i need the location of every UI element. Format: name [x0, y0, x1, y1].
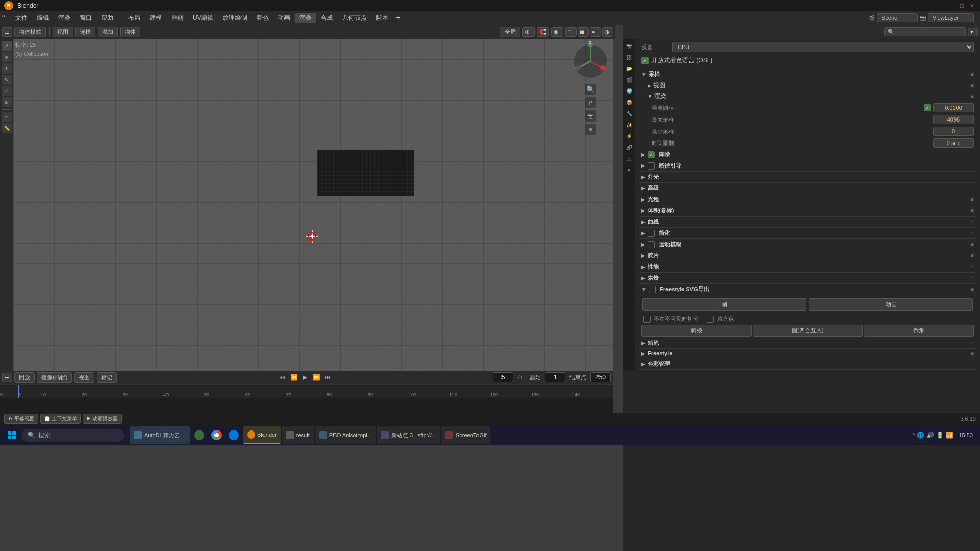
tool-move[interactable]: ✛ — [2, 63, 12, 74]
volumes-menu[interactable]: ≡ — [971, 208, 974, 213]
tool-annotate[interactable]: ✏ — [2, 112, 12, 122]
mode-selector[interactable]: 物体模式 — [14, 27, 46, 37]
sampling-section-header[interactable]: ▼ 采样 ≡ — [639, 69, 976, 80]
3d-viewport[interactable]: 帧率: 25 (5) Collection Z X Y � — [13, 39, 613, 371]
taskbar-search[interactable]: 🔍 搜索 — [21, 429, 124, 442]
freestyle-menu[interactable]: ≡ — [971, 351, 974, 356]
min-samples-value[interactable]: 0 — [933, 127, 974, 136]
round-btn[interactable]: 圆(四合五入) — [753, 325, 863, 337]
prop-tab-particles[interactable]: ✨ — [624, 119, 634, 130]
viewport-shading-2[interactable]: ◼ — [578, 27, 589, 37]
tool-select[interactable]: ↗ — [2, 41, 12, 51]
freestyle-svg-checkbox[interactable] — [649, 286, 656, 293]
current-frame-display[interactable]: 5 — [493, 372, 513, 382]
menu-layout[interactable]: 布局 — [124, 13, 145, 23]
taskbar-app-blender[interactable]: Blender — [243, 426, 281, 444]
denoising-checkbox[interactable]: ✓ — [648, 151, 655, 158]
menu-edit[interactable]: 编辑 — [33, 13, 53, 23]
tool-rotate[interactable]: ↻ — [2, 75, 12, 85]
play-btn[interactable]: ▶ — [300, 372, 310, 382]
titlebar-controls[interactable]: ─ □ ✕ — [947, 2, 976, 10]
editor-type-btn[interactable]: ⚌ — [2, 27, 12, 37]
prop-tab-object[interactable]: 📦 — [624, 97, 634, 107]
end-frame-display[interactable]: 250 — [590, 372, 611, 382]
motion-blur-section[interactable]: ▶ 运动模糊 ≡ — [639, 239, 976, 250]
timeline-ruler[interactable]: 5 0 10 20 30 40 50 60 70 80 90 100 110 1… — [0, 384, 613, 398]
playback-mode-btn[interactable]: 回放 — [14, 372, 35, 383]
tool-transform[interactable]: ⊞ — [2, 97, 12, 107]
close-button[interactable]: ✕ — [968, 2, 976, 10]
tray-bluetooth[interactable]: 📶 — [946, 432, 953, 439]
proportional-btn[interactable]: ◉ — [551, 27, 563, 37]
prop-tab-physics[interactable]: ⚡ — [624, 131, 634, 141]
prop-tab-render[interactable]: 📷 — [624, 41, 634, 51]
menu-file[interactable]: 文件 — [11, 13, 32, 23]
performance-section[interactable]: ▶ 性能 ≡ — [639, 261, 976, 273]
tray-network[interactable]: 🌐 — [917, 432, 924, 439]
pan-view-btn[interactable]: 🖱 平移视图 — [4, 414, 38, 424]
tool-cursor[interactable]: ⊕ — [2, 52, 12, 62]
viewport-shading-1[interactable]: ◻ — [565, 27, 577, 37]
prop-tab-object-data[interactable]: △ — [624, 153, 634, 163]
light-section[interactable]: ▶ 灯光 — [639, 172, 976, 183]
volumes-section[interactable]: ▶ 体积(卷标) ≡ — [639, 205, 976, 217]
prev-frame-btn[interactable]: ⏪ — [289, 372, 299, 382]
viewport-shading-4[interactable]: ◑ — [602, 27, 613, 37]
freestyle-section[interactable]: ▶ Freestyle ≡ — [639, 349, 976, 358]
device-select[interactable]: CPU — [672, 42, 974, 52]
taskbar-app-autodl[interactable]: AutoDL算力云 ... — [130, 426, 190, 444]
taskbar-app-result[interactable]: result — [282, 426, 314, 444]
render-sub-menu[interactable]: ≡ — [971, 93, 974, 99]
viewport-sub-menu[interactable]: ≡ — [971, 83, 974, 88]
tray-sound[interactable]: 🔊 — [926, 432, 934, 439]
scene-selector[interactable]: Scene — [877, 13, 918, 22]
minimize-button[interactable]: ─ — [947, 2, 955, 10]
jump-end-btn[interactable]: ⏭ — [322, 372, 332, 382]
light-paths-section[interactable]: ▶ 光程 ≡ — [639, 194, 976, 205]
prop-tab-view-layer[interactable]: 📂 — [624, 63, 634, 74]
time-limit-value[interactable]: 0 sec — [933, 138, 974, 148]
menu-render-ws[interactable]: 渲染 — [295, 13, 316, 23]
animation-player-btn[interactable]: ▶ 动画播放器 — [83, 414, 122, 424]
tool-measure[interactable]: 📏 — [2, 123, 12, 133]
menu-texture-paint[interactable]: 纹理绘制 — [219, 13, 251, 23]
light-paths-menu[interactable]: ≡ — [971, 197, 974, 202]
workspace-add-button[interactable]: + — [393, 13, 403, 23]
object-menu-btn[interactable]: 物体 — [120, 27, 140, 37]
simplify-checkbox[interactable] — [648, 230, 655, 237]
menu-modeling[interactable]: 建模 — [146, 13, 166, 23]
render-sub-header[interactable]: ▼ 渲染 ≡ — [646, 91, 976, 102]
taskbar-clock[interactable]: 15:53 — [955, 431, 976, 439]
sampling-menu-icon[interactable]: ≡ — [971, 71, 974, 77]
baking-section[interactable]: ▶ 烘焙 ≡ — [639, 273, 976, 284]
bottom-view-btn[interactable]: 视图 — [74, 372, 94, 383]
menu-animation[interactable]: 动画 — [274, 13, 294, 23]
windows-start-btn[interactable] — [4, 427, 19, 443]
render-animate-btn[interactable]: 动画 — [809, 298, 973, 311]
marker-btn[interactable]: 标记 — [97, 372, 117, 383]
path-guiding-checkbox[interactable] — [648, 162, 655, 170]
menu-shading[interactable]: 着色 — [252, 13, 273, 23]
render-frame-btn[interactable]: 帧 — [642, 298, 806, 311]
motion-blur-menu[interactable]: ≡ — [971, 242, 974, 247]
prop-tab-modifier[interactable]: 🔧 — [624, 108, 634, 118]
taskbar-app-screentogif[interactable]: ScreenToGif — [441, 426, 491, 444]
freestyle-svg-menu[interactable]: ≡ — [971, 286, 974, 292]
view-perspective-btn[interactable]: P — [585, 97, 596, 108]
taskbar-app-chrome[interactable] — [208, 426, 225, 444]
bevel-btn[interactable]: 斜棱 — [641, 325, 752, 337]
fill-option-checkbox[interactable] — [707, 316, 714, 323]
properties-expand[interactable]: ▼ — [968, 28, 978, 36]
menu-sculpt[interactable]: 雕刻 — [167, 13, 187, 23]
wax-menu[interactable]: ≡ — [971, 340, 974, 346]
viewlayer-selector[interactable]: ViewLayer — [928, 13, 974, 22]
noise-threshold-value[interactable]: 0.0100 — [933, 103, 974, 112]
viewport-sub-header[interactable]: ▶ 视图 ≡ — [646, 80, 976, 91]
baking-menu[interactable]: ≡ — [971, 275, 974, 281]
prop-tab-output[interactable]: 🖼 — [624, 52, 634, 62]
viewport-shading-3[interactable]: ● — [590, 27, 601, 37]
max-samples-value[interactable]: 4096 — [933, 115, 974, 124]
prop-tab-scene[interactable]: 🎬 — [624, 75, 634, 85]
taskbar-app-edge[interactable] — [226, 426, 242, 444]
path-guiding-section[interactable]: ▶ 路径引导 — [639, 160, 976, 172]
